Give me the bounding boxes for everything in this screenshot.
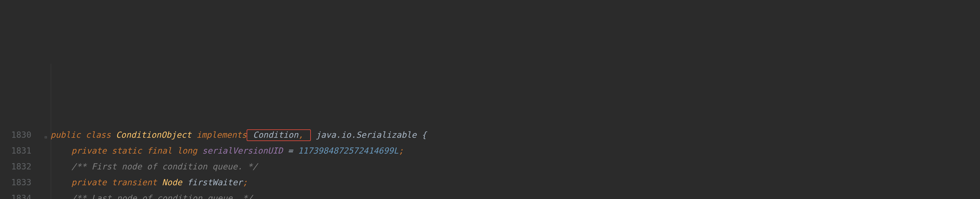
keyword-class: class [86,130,111,140]
keyword-implements: implements [196,130,247,140]
type-name: Node [162,177,182,187]
operator-eq: = [288,146,293,156]
interface-name: Condition [253,130,298,140]
javadoc-comment: /** First node of condition queue. */ [72,162,258,172]
field-name: serialVersionUID [202,146,283,156]
keyword-private: private [72,177,107,187]
code-editor[interactable]: 1830 ⊟ public class ConditionObject impl… [0,127,980,199]
code-line[interactable]: 1832 /** First node of condition queue. … [0,159,980,175]
class-name: ConditionObject [116,130,191,140]
field-name: firstWaiter [187,177,242,187]
code-line[interactable]: 1830 ⊟ public class ConditionObject impl… [0,127,980,143]
code-content[interactable]: private transient Node firstWaiter; [51,175,248,190]
fold-toggle-icon[interactable]: ⊟ [45,133,48,137]
keyword-private: private [72,146,107,156]
line-number: 1833 [0,175,46,190]
code-content[interactable]: public class ConditionObject implements … [51,127,427,143]
punct-semi: ; [242,177,248,187]
keyword-final: final [147,146,172,156]
keyword-transient: transient [112,177,157,187]
javadoc-comment: /** Last node of condition queue. */ [72,193,253,199]
line-number: 1831 [0,143,46,159]
fold-gutter[interactable]: ⊟ [46,111,51,159]
code-line[interactable]: 1834 /** Last node of condition queue. *… [0,191,980,199]
line-number: 1830 [0,127,46,143]
code-editor-viewport: 1830 ⊟ public class ConditionObject impl… [0,64,980,199]
punct-comma: , [298,130,303,140]
punct-semi: ; [399,146,404,156]
keyword-static: static [112,146,142,156]
qualified-name: java.io.Serializable [316,130,417,140]
punct-brace: { [422,130,427,140]
code-line[interactable]: 1831 private static final long serialVer… [0,143,980,159]
keyword-long: long [177,146,197,156]
line-number: 1834 [0,190,46,199]
code-line[interactable]: 1833 private transient Node firstWaiter; [0,175,980,191]
highlight-box: Condition, [247,129,310,141]
line-number: 1832 [0,159,46,175]
code-content[interactable]: /** Last node of condition queue. */ [51,190,253,199]
code-content[interactable]: private static final long serialVersionU… [51,143,404,159]
code-content[interactable]: /** First node of condition queue. */ [51,159,258,175]
number-literal: 1173984872572414699L [298,146,399,156]
